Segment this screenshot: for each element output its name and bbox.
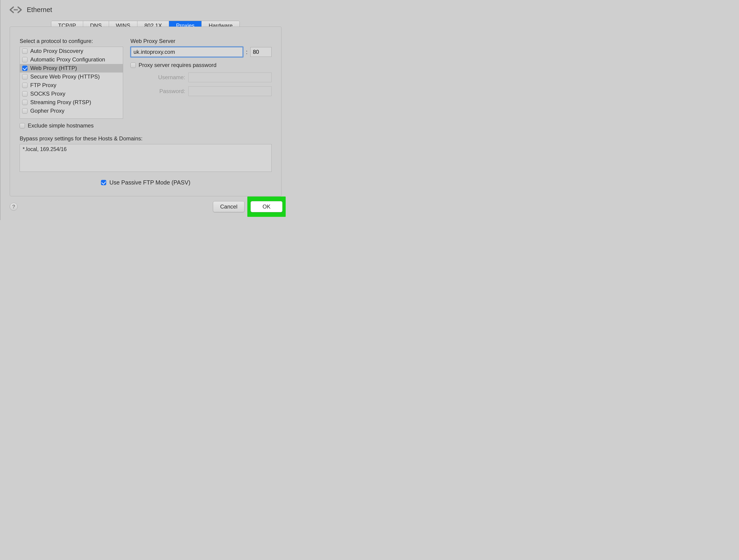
protocol-label: Web Proxy (HTTP) bbox=[30, 65, 77, 72]
select-protocol-label: Select a protocol to configure: bbox=[20, 38, 123, 44]
password-label: Password: bbox=[159, 88, 185, 95]
protocol-row-auto-config[interactable]: Automatic Proxy Configuration bbox=[20, 55, 123, 64]
protocol-row-streaming-proxy-rtsp[interactable]: Streaming Proxy (RTSP) bbox=[20, 98, 123, 107]
protocols-column: Select a protocol to configure: Auto Pro… bbox=[20, 38, 123, 119]
host-port-separator: : bbox=[246, 48, 248, 56]
protocol-label: Gopher Proxy bbox=[30, 108, 64, 114]
network-advanced-window: Ethernet TCP/IP DNS WINS 802.1X Proxies … bbox=[0, 0, 290, 220]
protocol-row-gopher-proxy[interactable]: Gopher Proxy bbox=[20, 107, 123, 115]
checkbox[interactable] bbox=[22, 48, 27, 54]
sheet-footer: ? Cancel OK bbox=[0, 196, 290, 217]
protocol-list[interactable]: Auto Proxy Discovery Automatic Proxy Con… bbox=[20, 47, 123, 119]
protocol-label: Auto Proxy Discovery bbox=[30, 48, 83, 54]
checkbox[interactable] bbox=[22, 83, 27, 88]
exclude-simple-hostnames-label: Exclude simple hostnames bbox=[28, 122, 94, 129]
ethernet-icon bbox=[9, 5, 22, 14]
web-proxy-server-label: Web Proxy Server bbox=[131, 38, 272, 44]
cancel-button[interactable]: Cancel bbox=[213, 201, 245, 212]
svg-point-1 bbox=[15, 9, 16, 10]
checkbox[interactable] bbox=[22, 74, 27, 80]
protocol-row-socks-proxy[interactable]: SOCKS Proxy bbox=[20, 90, 123, 98]
checkbox[interactable] bbox=[22, 100, 27, 105]
svg-point-0 bbox=[14, 9, 15, 10]
username-input[interactable] bbox=[188, 73, 272, 82]
bypass-label: Bypass proxy settings for these Hosts & … bbox=[20, 135, 272, 142]
protocol-label: SOCKS Proxy bbox=[30, 91, 65, 97]
protocol-row-web-proxy-https[interactable]: Secure Web Proxy (HTTPS) bbox=[20, 73, 123, 81]
protocol-label: FTP Proxy bbox=[30, 82, 56, 89]
page-title: Ethernet bbox=[27, 6, 52, 14]
checkbox[interactable] bbox=[22, 108, 27, 114]
requires-password-label: Proxy server requires password bbox=[139, 62, 216, 68]
requires-password-row[interactable]: Proxy server requires password bbox=[131, 62, 272, 68]
protocol-row-ftp-proxy[interactable]: FTP Proxy bbox=[20, 81, 123, 90]
password-input[interactable] bbox=[188, 86, 272, 96]
passive-ftp-row[interactable]: Use Passive FTP Mode (PASV) bbox=[20, 179, 272, 186]
checkbox[interactable] bbox=[22, 91, 27, 97]
exclude-simple-hostnames-checkbox[interactable] bbox=[20, 123, 25, 128]
passive-ftp-checkbox[interactable] bbox=[101, 180, 106, 185]
requires-password-checkbox[interactable] bbox=[131, 62, 136, 68]
checkbox[interactable] bbox=[22, 65, 27, 71]
sheet-header: Ethernet bbox=[0, 0, 290, 16]
protocol-label: Secure Web Proxy (HTTPS) bbox=[30, 74, 100, 80]
help-button[interactable]: ? bbox=[10, 203, 18, 211]
protocol-label: Automatic Proxy Configuration bbox=[30, 56, 105, 63]
bypass-hosts-textarea[interactable] bbox=[20, 144, 272, 172]
ok-button[interactable]: OK bbox=[251, 201, 282, 212]
server-column: Web Proxy Server : Proxy server requires… bbox=[131, 38, 272, 119]
proxy-port-input[interactable] bbox=[250, 47, 272, 57]
ok-highlight: OK bbox=[247, 196, 286, 217]
exclude-simple-hostnames-row[interactable]: Exclude simple hostnames bbox=[20, 122, 272, 129]
protocol-row-auto-discovery[interactable]: Auto Proxy Discovery bbox=[20, 47, 123, 55]
protocol-row-web-proxy-http[interactable]: Web Proxy (HTTP) bbox=[20, 64, 123, 73]
checkbox[interactable] bbox=[22, 57, 27, 62]
svg-point-2 bbox=[17, 9, 18, 10]
proxy-host-input[interactable] bbox=[131, 47, 243, 57]
passive-ftp-label: Use Passive FTP Mode (PASV) bbox=[110, 179, 190, 186]
username-label: Username: bbox=[158, 74, 185, 81]
protocol-label: Streaming Proxy (RTSP) bbox=[30, 99, 91, 106]
proxies-panel: Select a protocol to configure: Auto Pro… bbox=[10, 26, 282, 196]
